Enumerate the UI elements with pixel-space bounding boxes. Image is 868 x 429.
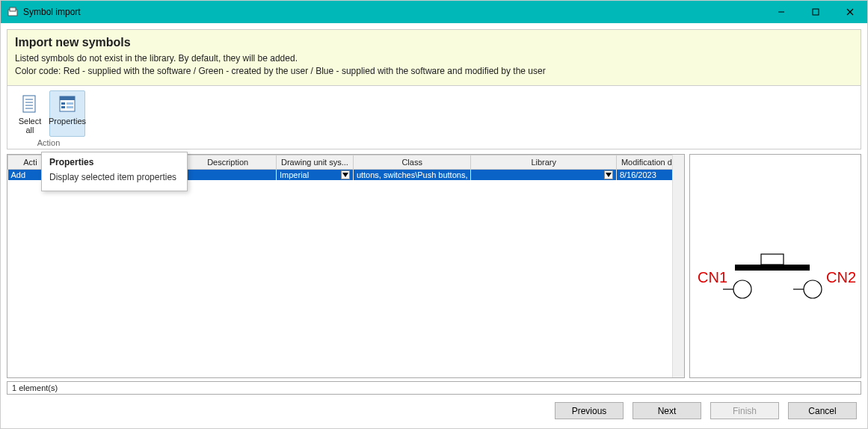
cancel-button[interactable]: Cancel bbox=[788, 402, 857, 419]
svg-marker-18 bbox=[606, 173, 612, 177]
tooltip-body: Display selected item properties bbox=[49, 172, 176, 184]
tooltip-properties: Properties Display selected item propert… bbox=[41, 152, 188, 192]
svg-rect-15 bbox=[61, 106, 65, 108]
preview-left-label: CN1 bbox=[698, 269, 727, 286]
info-line-2: Color code: Red - supplied with the soft… bbox=[15, 65, 853, 78]
toolbar-group-label: Action bbox=[12, 138, 85, 147]
svg-rect-19 bbox=[761, 254, 784, 265]
svg-rect-13 bbox=[61, 102, 65, 105]
status-bar: 1 element(s) bbox=[7, 381, 861, 395]
cell-drawing-unit[interactable]: Imperial bbox=[277, 169, 354, 180]
svg-rect-14 bbox=[67, 102, 73, 105]
properties-icon bbox=[58, 94, 76, 115]
properties-button[interactable]: Properties bbox=[49, 90, 85, 137]
main-area: Properties Display selected item propert… bbox=[7, 154, 861, 378]
svg-rect-3 bbox=[813, 9, 819, 15]
footer-buttons: Previous Next Finish Cancel bbox=[7, 395, 861, 422]
select-all-label: Select all bbox=[14, 117, 46, 135]
previous-button[interactable]: Previous bbox=[555, 402, 624, 419]
preview-right-label: CN2 bbox=[826, 269, 856, 286]
svg-rect-12 bbox=[60, 96, 75, 100]
svg-rect-16 bbox=[67, 106, 73, 108]
svg-rect-20 bbox=[735, 265, 810, 271]
svg-point-22 bbox=[733, 280, 751, 298]
vertical-scrollbar[interactable] bbox=[672, 155, 684, 377]
cell-drawing-unit-value: Imperial bbox=[280, 170, 309, 179]
cell-class[interactable]: uttons, switches\Push buttons, bbox=[353, 169, 471, 180]
content-area: Import new symbols Listed symbols do not… bbox=[1, 23, 867, 428]
window-title: Symbol import bbox=[23, 7, 81, 17]
cell-description[interactable] bbox=[179, 169, 277, 180]
tooltip-title: Properties bbox=[49, 157, 176, 167]
dropdown-arrow-icon[interactable] bbox=[341, 170, 350, 179]
close-button[interactable] bbox=[833, 1, 867, 23]
svg-point-24 bbox=[804, 280, 822, 298]
toolbar: Select all bbox=[7, 86, 861, 149]
col-description[interactable]: Description bbox=[179, 155, 277, 169]
svg-rect-1 bbox=[10, 7, 16, 11]
col-drawing-unit[interactable]: Drawing unit sys... bbox=[277, 155, 354, 169]
svg-rect-6 bbox=[23, 96, 35, 112]
titlebar: Symbol import bbox=[1, 1, 867, 23]
info-heading: Import new symbols bbox=[15, 36, 853, 49]
preview-pane: CN1 CN2 bbox=[689, 154, 861, 378]
window-root: Symbol import Import new symbols Listed … bbox=[0, 0, 868, 429]
info-line-1: Listed symbols do not exist in the libra… bbox=[15, 52, 853, 65]
maximize-button[interactable] bbox=[798, 1, 833, 23]
finish-button[interactable]: Finish bbox=[710, 402, 779, 419]
info-panel: Import new symbols Listed symbols do not… bbox=[7, 29, 861, 86]
next-button[interactable]: Next bbox=[632, 402, 701, 419]
minimize-button[interactable] bbox=[764, 1, 798, 23]
dropdown-arrow-icon[interactable] bbox=[604, 170, 613, 179]
col-class[interactable]: Class bbox=[353, 155, 471, 169]
select-all-icon bbox=[21, 94, 39, 115]
select-all-button[interactable]: Select all bbox=[12, 90, 48, 137]
properties-label: Properties bbox=[49, 117, 86, 126]
app-icon bbox=[7, 6, 19, 18]
svg-marker-17 bbox=[342, 173, 348, 177]
col-library[interactable]: Library bbox=[471, 155, 616, 169]
status-text: 1 element(s) bbox=[12, 383, 58, 392]
toolbar-group-action: Select all bbox=[12, 90, 85, 147]
cell-library[interactable] bbox=[471, 169, 616, 180]
